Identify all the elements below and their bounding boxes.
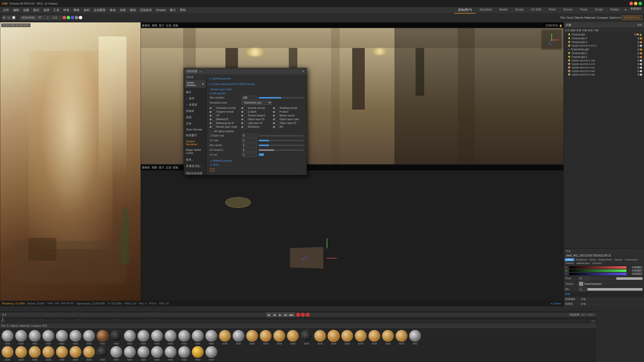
mat-item-15[interactable]: Mat3 (205, 346, 218, 361)
pass-wireframe[interactable]: Wireframe (241, 125, 272, 128)
hdr-srgb-select[interactable]: HDR/sRGB (20, 16, 36, 20)
mat-item-0[interactable]: Octar (1, 330, 14, 345)
prev-frame-btn[interactable]: ◀ (272, 312, 277, 317)
mat-item-5[interactable]: Mat3 (69, 330, 82, 345)
mat-tab-diffuse[interactable]: Diffuse (565, 258, 574, 261)
render-region-btn[interactable] (301, 313, 305, 317)
mat-item-8[interactable]: Mat3 (110, 346, 123, 361)
obj-obj3d6-188[interactable]: 📦 Obj3d6-4619725-1-188 (564, 59, 644, 62)
bottom-right-viewport[interactable]: 摄像机 视图 显示 过滤 面板 (141, 164, 564, 306)
max-samples-input[interactable] (242, 96, 257, 100)
menu-mograph[interactable]: 运动图形 (92, 8, 108, 13)
mat-tab-layer[interactable]: Material layer (575, 262, 591, 265)
mat-item-9[interactable]: Mat3 (123, 346, 136, 361)
pass-shading-normal[interactable]: Shading normal (273, 106, 304, 110)
mat-options-btn[interactable]: 校正 (42, 324, 47, 328)
maximize-btn[interactable] (638, 2, 642, 5)
toolbar-icon-1[interactable]: ⊞ (2, 16, 6, 20)
pass-cb-pos[interactable] (276, 111, 278, 113)
close-btn[interactable] (629, 2, 633, 5)
ao-distance-input[interactable] (242, 148, 257, 152)
go-end-btn[interactable]: ▶▶| (289, 312, 294, 317)
dlg-menu-mbl[interactable]: Magic Bullet Looks (184, 147, 206, 156)
obj-obj3d6-349[interactable]: 📦 Obj3d6-4619725-6-349 (564, 73, 644, 76)
vp-display-btn[interactable]: 显示 (159, 24, 164, 27)
texture-select[interactable]: ColorCorrection (579, 282, 642, 286)
pass-cb-objlayid[interactable] (244, 118, 247, 121)
mat-item-6[interactable]: Mat3 (83, 330, 96, 345)
mat-item-12[interactable]: Mat3 (164, 346, 177, 361)
dlg-menu-options[interactable]: 选项 (184, 114, 206, 120)
mat-item-15[interactable]: Mat3 (205, 330, 218, 345)
pass-light-pass-id[interactable]: Light pass ID (241, 121, 272, 125)
dlg-menu-effects[interactable]: 效果... (184, 157, 206, 163)
menu-edit[interactable]: 编辑 (11, 8, 21, 13)
pass-render-layer-mask[interactable]: Render layer mask (210, 125, 240, 128)
mat-item-11[interactable]: Mat3 (150, 330, 164, 345)
ao-alpha-shadow-cb[interactable] (210, 130, 212, 133)
mat-item-12[interactable]: Mat3 (164, 330, 177, 345)
obj-more[interactable]: ... (564, 76, 644, 80)
pass-baking-group-id[interactable]: Baking group ID (210, 121, 240, 125)
obj-obj3d6-678[interactable]: 📦 Obj3d6-4619725-2-678 (564, 62, 644, 66)
mix-bar[interactable] (587, 288, 642, 291)
dlg-menu-stereo[interactable]: 立体 (184, 120, 206, 127)
uv-max-bar[interactable] (259, 140, 304, 141)
pass-cb-geo[interactable] (213, 107, 215, 109)
obj-octanelight3[interactable]: 💡 OctaneLight.3 (564, 40, 644, 44)
max-speed-bar[interactable] (259, 145, 304, 146)
toolbar-icon-2[interactable]: ▷ (7, 16, 11, 20)
mat-tab-displacement[interactable]: Displacement (597, 258, 613, 261)
obj-octanelight2[interactable]: 💡 OctaneLight.2 (564, 51, 644, 55)
pass-cb-rndlaymask[interactable] (213, 126, 215, 128)
menu-anim[interactable]: 动画 (118, 8, 128, 13)
play-btn[interactable]: ▶ (278, 312, 283, 317)
mat-item-14[interactable]: Mat3 (191, 346, 204, 361)
nav-file[interactable]: File (560, 16, 565, 19)
nav-cloud[interactable]: Cloud (566, 16, 573, 19)
next-frame-btn[interactable]: ▶| (284, 312, 289, 317)
toolbar-icon-3[interactable]: ⬜ (12, 16, 16, 20)
menu-render[interactable]: 渲染路径 (138, 8, 154, 13)
r-bar[interactable] (569, 266, 626, 269)
mat-item-23[interactable]: JianE (313, 330, 327, 345)
lighting-passes-title[interactable]: Lighting passes (209, 76, 305, 80)
pass-cb-motion[interactable] (276, 114, 278, 117)
dlg-menu-save[interactable]: ✓ 保存 (184, 95, 206, 102)
mat-tab-common[interactable]: Common (591, 262, 603, 265)
pass-cb-shading[interactable] (276, 107, 278, 109)
dlg-menu-multipass[interactable]: ✓ 多通道 (184, 102, 206, 108)
menu-select[interactable]: 选择 (41, 8, 51, 13)
sampling-section[interactable]: 采样 (564, 292, 644, 297)
obj-obj3d6-009[interactable]: 📦 Obj3d6-4619725-5-009 (564, 69, 644, 73)
minimize-btn[interactable] (634, 2, 637, 5)
mat-item-5[interactable]: JianE (69, 346, 82, 361)
mat-create-btn[interactable]: Objects (10, 325, 19, 327)
g-bar[interactable] (569, 269, 626, 272)
vp-camera-btn[interactable]: 摄像机 (142, 24, 150, 27)
pass-object-layer-color[interactable]: Object layer color (273, 118, 304, 121)
dlg-menu-aa[interactable]: 抗锯齿 (184, 108, 206, 114)
mat-item-20[interactable]: JianE (273, 330, 286, 345)
menu-mesh[interactable]: 网格 (71, 8, 82, 13)
sub-tab-bookmark[interactable]: 书签 (594, 29, 599, 32)
nav-materials[interactable]: Materials (585, 16, 596, 19)
br-panel-btn[interactable]: 面板 (173, 166, 178, 169)
mat-item-2[interactable]: JianE (28, 346, 41, 361)
pass-cb-bakgroupid[interactable] (213, 122, 215, 124)
obj-octanedaylight[interactable]: ☀ OctaneDayLight (564, 48, 644, 51)
sub-tab-file[interactable]: 文件 (565, 29, 570, 32)
tab-uvedit[interactable]: UV Edit (528, 7, 545, 14)
sub-tab-edit[interactable]: 编辑 (571, 29, 576, 32)
mat-item-29[interactable]: JianE (395, 330, 408, 345)
mat-item-4[interactable]: JianE (55, 346, 68, 361)
vp-view-btn[interactable]: 视图 (152, 24, 157, 27)
mat-item-26[interactable]: JianE (354, 330, 367, 345)
menu-file[interactable]: 文件 (1, 8, 11, 13)
menu-tools[interactable]: 工具 (51, 8, 61, 13)
add-workspace-btn[interactable]: + (623, 7, 628, 14)
mat-item-7[interactable]: Mat3 (96, 330, 109, 345)
render-layer-mask-title[interactable]: Render layer mask (209, 87, 305, 91)
dlg-menu-teamrender[interactable]: Team Render (184, 127, 206, 132)
uv-set-slider[interactable] (259, 153, 304, 156)
